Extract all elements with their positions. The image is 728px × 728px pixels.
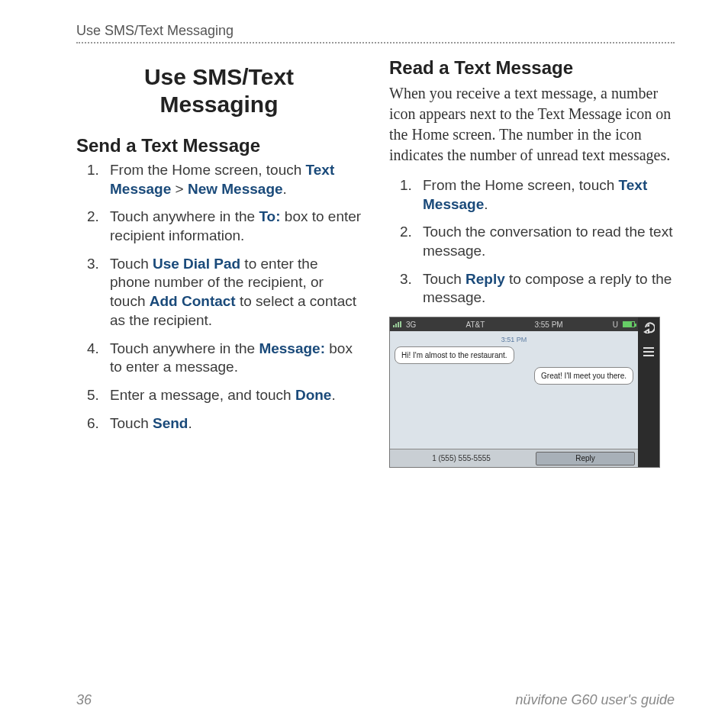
step: 2.Touch the conversation to read the tex… xyxy=(389,223,675,260)
step: 1.From the Home screen, touch Text Messa… xyxy=(389,176,675,214)
step: 1.From the Home screen, touch Text Messa… xyxy=(76,161,362,198)
battery-icon xyxy=(623,321,635,327)
phone-screenshot: 3G AT&T 3:55 PM U 3:51 PM Hi! I'm almost… xyxy=(389,317,660,468)
back-icon[interactable] xyxy=(642,321,656,334)
manual-page: Use SMS/Text Messaging Use SMS/Text Mess… xyxy=(0,0,728,728)
network-label: 3G xyxy=(406,321,416,329)
step: 5.Enter a message, and touch Done. xyxy=(76,386,362,405)
incoming-message-bubble[interactable]: Hi! I'm almost to the restaurant. xyxy=(395,346,514,364)
usb-icon: U xyxy=(613,321,618,329)
page-footer: 36 nüvifone G60 user's guide xyxy=(76,692,675,708)
reply-button[interactable]: Reply xyxy=(536,452,635,465)
conversation-area[interactable]: 3:51 PM Hi! I'm almost to the restaurant… xyxy=(390,331,638,449)
page-number: 36 xyxy=(76,692,92,708)
section-heading-send: Send a Text Message xyxy=(76,135,362,156)
signal-icon xyxy=(393,321,401,327)
right-column: Read a Text Message When you receive a t… xyxy=(389,57,675,468)
left-column: Use SMS/Text Messaging Send a Text Messa… xyxy=(76,57,362,468)
intro-paragraph: When you receive a text message, a numbe… xyxy=(389,83,675,166)
status-bar: 3G AT&T 3:55 PM U xyxy=(390,317,638,331)
step: 4.Touch anywhere in the Message: box to … xyxy=(76,340,362,377)
title-line-1: Use SMS/Text xyxy=(144,64,294,89)
section-heading-read: Read a Text Message xyxy=(389,57,675,79)
carrier-label: AT&T xyxy=(465,321,485,329)
content-columns: Use SMS/Text Messaging Send a Text Messa… xyxy=(76,57,675,468)
send-steps: 1.From the Home screen, touch Text Messa… xyxy=(76,161,362,433)
step: 3.Touch Reply to compose a reply to the … xyxy=(389,270,675,308)
guide-title: nüvifone G60 user's guide xyxy=(515,692,675,708)
contact-number[interactable]: 1 (555) 555-5555 xyxy=(390,454,533,462)
message-timestamp: 3:51 PM xyxy=(395,336,633,343)
outgoing-message-bubble[interactable]: Great! I'll meet you there. xyxy=(534,367,633,385)
step: 3.Touch Use Dial Pad to enter the phone … xyxy=(76,255,362,330)
outgoing-message-row: Great! I'll meet you there. xyxy=(395,367,633,385)
chapter-title: Use SMS/Text Messaging xyxy=(76,63,362,118)
incoming-message-row: Hi! I'm almost to the restaurant. xyxy=(395,346,633,364)
read-steps: 1.From the Home screen, touch Text Messa… xyxy=(389,176,675,308)
menu-icon[interactable] xyxy=(642,345,656,359)
phone-sidebar xyxy=(638,317,659,467)
running-header: Use SMS/Text Messaging xyxy=(76,23,675,43)
clock-label: 3:55 PM xyxy=(534,321,562,329)
bottom-bar: 1 (555) 555-5555 Reply xyxy=(390,449,638,467)
phone-main-area: 3G AT&T 3:55 PM U 3:51 PM Hi! I'm almost… xyxy=(390,317,638,467)
title-line-2: Messaging xyxy=(159,92,278,117)
step: 2.Touch anywhere in the To: box to enter… xyxy=(76,208,362,245)
step: 6.Touch Send. xyxy=(76,414,362,433)
